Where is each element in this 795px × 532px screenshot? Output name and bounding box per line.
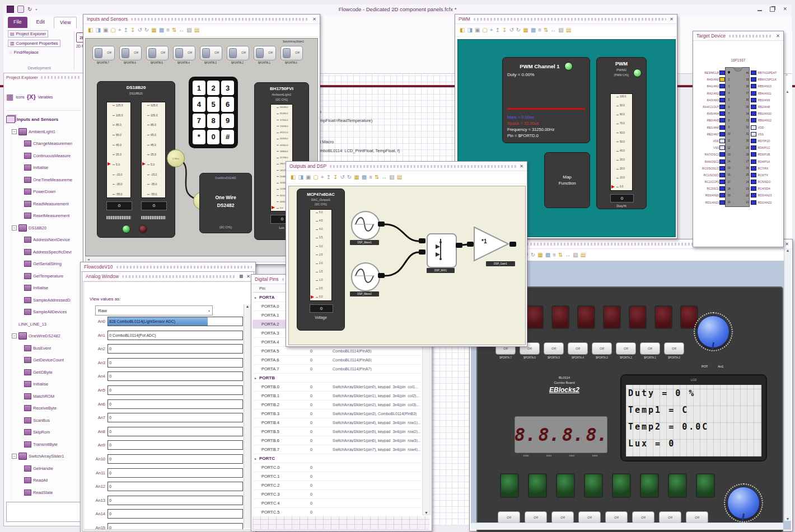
pin-right[interactable] — [751, 105, 756, 109]
pin-left[interactable] — [719, 166, 725, 171]
tree-item[interactable]: GetDeviceCount — [5, 354, 82, 366]
digital-pin-row[interactable]: PORTC.10 — [252, 472, 422, 481]
expander-icon[interactable]: ▸ — [255, 295, 259, 299]
pin-right[interactable] — [751, 152, 756, 157]
minimize-button[interactable] — [757, 10, 762, 11]
toolbar-icon[interactable]: ↺ — [509, 27, 513, 33]
tree-item[interactable]: AddressSpecificDevi — [5, 246, 82, 258]
connector-plug[interactable] — [419, 249, 425, 255]
pin-left[interactable] — [719, 145, 725, 150]
tab-edit[interactable]: Edit — [31, 17, 51, 28]
keypad-key[interactable]: 9 — [221, 114, 234, 128]
tree-item[interactable]: GetSerialString — [5, 258, 82, 270]
toggle-switch[interactable]: Off — [227, 46, 249, 60]
toggle-switch[interactable]: Off — [173, 46, 195, 60]
toolbar-icon[interactable]: ▧ — [558, 27, 563, 33]
toggle-switch[interactable]: Off — [280, 46, 303, 60]
analog-value-input[interactable]: 0 — [107, 399, 243, 409]
keypad-key[interactable]: * — [193, 130, 205, 144]
analog-value-input[interactable]: 0 — [107, 385, 243, 395]
toggle-switch[interactable]: Off — [92, 46, 115, 60]
pin-left[interactable] — [719, 77, 725, 82]
keypad-key[interactable]: 8 — [207, 114, 220, 128]
onewire-node[interactable]: 1-Wire — [167, 149, 185, 167]
tree-item[interactable]: MatchROM — [5, 390, 82, 403]
toolbar-icon[interactable]: ↔ — [550, 27, 556, 33]
close-button[interactable]: ✕ — [783, 7, 787, 12]
board-push-button[interactable]: Off — [659, 511, 681, 524]
toolbar-icon[interactable]: ↥ — [124, 27, 128, 33]
toggle-switch[interactable]: Off — [254, 46, 276, 60]
pin-right[interactable] — [751, 173, 756, 177]
voltage-slider[interactable]: 5.04.54.03.53.02.52.01.51.00.50.0 — [310, 209, 332, 301]
tree-item[interactable]: Initialise — [5, 282, 82, 294]
board-push-button[interactable]: Off — [544, 342, 564, 355]
tree-item[interactable]: LINK_LINE_13 — [5, 318, 82, 331]
pin-left[interactable] — [719, 173, 725, 177]
map-function-component[interactable]: Map Function — [544, 152, 590, 208]
tree-item[interactable]: ReceiveByte — [5, 402, 82, 415]
analog-value-input[interactable]: 0 — [107, 454, 243, 464]
pin-right[interactable] — [751, 70, 756, 75]
explorer-titlebar[interactable]: Project Explorer — [6, 75, 80, 80]
toolbar-icon[interactable]: ↥ — [326, 175, 331, 180]
board-push-button[interactable]: Off — [686, 511, 708, 524]
pin-left[interactable] — [719, 105, 725, 109]
digital-pin-row[interactable]: PORTC.30 — [252, 490, 422, 499]
expander-icon[interactable]: – — [12, 129, 17, 134]
outputs-window-titlebar[interactable]: Outputs and DSP ✕ — [286, 162, 527, 171]
analog-value-input[interactable]: 0 — [107, 371, 243, 381]
toolbar-icon[interactable]: ↻ — [531, 252, 535, 258]
connector-plug[interactable] — [456, 243, 462, 248]
dsp-wave1-component[interactable] — [351, 211, 380, 240]
toolbar-icon[interactable]: ≡ — [538, 27, 541, 33]
toolbar-icon[interactable]: ▧ — [573, 252, 578, 258]
tree-item[interactable]: –DS18B20 — [5, 222, 82, 234]
toolbar-icon[interactable]: ◨ — [467, 27, 472, 33]
keypad-key[interactable]: 1 — [193, 81, 205, 95]
pin-right[interactable] — [751, 145, 756, 150]
toolbar-icon[interactable]: ▧ — [186, 27, 191, 33]
pin-left[interactable] — [719, 111, 725, 116]
tree-item[interactable]: ScanBus — [5, 415, 82, 427]
digital-pin-row[interactable]: PORTB.00SwitchArraySlider1(pin0), keypad… — [252, 383, 422, 392]
project-explorer-toggle[interactable]: ▤Project Explorer — [8, 30, 48, 37]
toolbar-icon[interactable]: ▢ — [482, 27, 487, 33]
expander-icon[interactable]: ▸ — [255, 376, 259, 380]
pin-right[interactable] — [751, 91, 756, 96]
board-push-button[interactable]: Off — [578, 511, 601, 524]
tree-item[interactable]: –SwitchArraySlider1 — [5, 450, 82, 463]
toolbar-icon[interactable]: ↥ — [495, 27, 500, 33]
target-window-titlebar[interactable]: Target Device ✕ — [693, 31, 783, 41]
dsp-mixer-component[interactable] — [427, 233, 457, 268]
tree-item[interactable]: OneTimeMeasureme — [5, 174, 82, 186]
toolbar-icon[interactable]: ▦ — [523, 27, 528, 33]
find-replace-button[interactable]: ◌Find/Replace — [8, 49, 40, 55]
keypad-key[interactable]: 5 — [207, 97, 220, 111]
pin-left[interactable] — [719, 98, 725, 102]
board-push-button[interactable]: Off — [632, 511, 654, 524]
pin-left[interactable] — [719, 132, 725, 136]
tree-item[interactable]: TransmitByte — [5, 439, 82, 451]
ds18b20-component[interactable]: DS18B20 DS18B20 125.0105.085.065.045.025… — [97, 81, 175, 238]
pin-left[interactable] — [719, 70, 725, 75]
toolbar-icon[interactable]: ▣ — [475, 27, 480, 33]
toolbar-icon[interactable]: ▣ — [306, 175, 311, 180]
toolbar-icon[interactable]: ↔ — [179, 27, 184, 33]
tree-item[interactable]: ResetMeasurement — [5, 210, 82, 222]
toolbar-icon[interactable]: ▢ — [313, 175, 318, 180]
board-push-button[interactable]: Off — [592, 342, 612, 355]
pin-right[interactable] — [751, 84, 756, 88]
pin-left[interactable] — [719, 91, 725, 96]
vertical-scrollbar[interactable]: ▲▼ — [784, 248, 791, 521]
keypad-key[interactable]: 7 — [193, 114, 205, 128]
toolbar-icon[interactable]: ≡ — [369, 175, 372, 180]
analog-value-input[interactable]: 0 — [107, 440, 243, 450]
connector-plug[interactable] — [467, 242, 474, 247]
pin-left[interactable] — [719, 180, 725, 184]
tree-item[interactable]: ChangeMeasuremen — [5, 138, 82, 150]
digital-pin-row[interactable]: PORTC.00 — [252, 463, 422, 472]
keypad-key[interactable]: 2 — [207, 81, 220, 95]
tree-item[interactable]: GetTemperature — [5, 270, 82, 283]
toggle-switch[interactable]: Off — [119, 46, 142, 60]
